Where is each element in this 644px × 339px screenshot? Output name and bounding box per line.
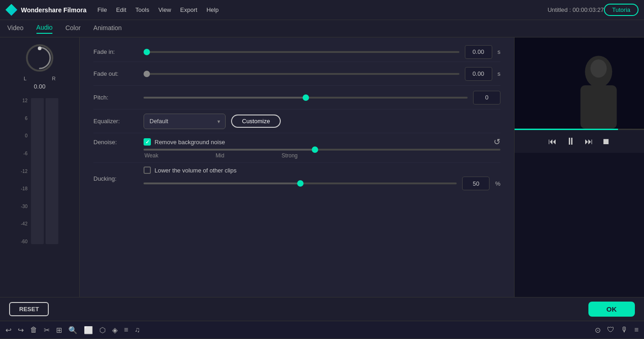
shield-icon[interactable]: 🛡: [607, 326, 614, 334]
preview-progress-bar[interactable]: [515, 129, 644, 130]
ducking-slider[interactable]: [144, 183, 457, 184]
diamond-icon[interactable]: ◈: [112, 326, 118, 334]
ducking-check-row: Lower the volume of other clips: [144, 167, 500, 174]
settings-icon[interactable]: ≡: [124, 326, 128, 334]
scale-0: 0: [21, 133, 27, 138]
fade-in-slider[interactable]: [144, 51, 459, 53]
svg-point-1: [38, 47, 41, 50]
scale-6: 6: [21, 116, 27, 121]
denoise-checkbox[interactable]: ✓: [144, 138, 151, 146]
fade-out-label: Fade out:: [93, 70, 144, 77]
ducking-value[interactable]: 50: [462, 177, 489, 190]
equalizer-select[interactable]: Default Classical Deep Electronic Hip-Ho…: [144, 114, 226, 129]
denoise-checkbox-label: Remove background noise: [155, 139, 225, 146]
redo-icon[interactable]: ↪: [18, 326, 24, 334]
svg-rect-4: [580, 85, 617, 129]
eq-select-wrapper: Default Classical Deep Electronic Hip-Ho…: [144, 114, 226, 129]
ducking-checkbox-label: Lower the volume of other clips: [155, 167, 237, 174]
settings-scroll: Fade in: 0.00 s Fade out:: [80, 37, 514, 203]
pitch-value[interactable]: 0: [473, 91, 500, 104]
pitch-slider[interactable]: [144, 97, 468, 99]
mid-label: Mid: [216, 152, 224, 159]
play-pause-button[interactable]: ⏸: [566, 136, 576, 147]
scale-neg60: -60: [21, 239, 27, 244]
tutorial-button[interactable]: Tutoria: [604, 4, 639, 16]
menu-file[interactable]: File: [98, 6, 107, 13]
fade-in-label: Fade in:: [93, 48, 144, 55]
crop-icon[interactable]: ⊞: [56, 326, 62, 334]
volume-meter-panel: L R 0.00 12 6 0 -6 -12 -18 -30 -42 -60: [0, 37, 80, 297]
prev-frame-button[interactable]: ⏮: [548, 137, 556, 146]
fade-in-row: Fade in: 0.00 s: [93, 42, 500, 62]
delete-icon[interactable]: 🗑: [30, 326, 37, 334]
fade-out-row: Fade out: 0.00 s: [93, 62, 500, 86]
next-frame-button[interactable]: ⏭: [585, 137, 593, 146]
audio-settings-panel: Fade in: 0.00 s Fade out:: [80, 37, 514, 297]
customize-button[interactable]: Customize: [231, 115, 281, 128]
mic-icon[interactable]: 🎙: [621, 326, 628, 334]
top-bar: Wondershare Filmora File Edit Tools View…: [0, 0, 644, 20]
denoise-slider[interactable]: [144, 149, 500, 151]
meter-container: 12 6 0 -6 -12 -18 -30 -42 -60: [21, 94, 58, 244]
menu-bar: File Edit Tools View Export Help: [98, 6, 548, 13]
stop-button[interactable]: ⏹: [602, 137, 610, 146]
fade-in-unit: s: [498, 48, 501, 55]
scale-neg18: -18: [21, 186, 27, 191]
cut-icon[interactable]: ✂: [44, 326, 50, 334]
pitch-control: 0: [144, 91, 500, 104]
pitch-row: Pitch: 0: [93, 86, 500, 110]
reset-button[interactable]: RESET: [9, 302, 49, 316]
menu-export[interactable]: Export: [180, 6, 197, 13]
tab-video[interactable]: Video: [7, 24, 24, 33]
toolbar: ↩ ↪ 🗑 ✂ ⊞ 🔍 ⬜ ⬡ ◈ ≡ ♫ ⊙ 🛡 🎙 ≡: [0, 321, 644, 339]
tab-animation[interactable]: Animation: [93, 24, 122, 33]
equalizer-row: Equalizer: Default Classical Deep Electr…: [93, 110, 500, 133]
equalizer-label: Equalizer:: [93, 118, 144, 125]
circle-settings-icon[interactable]: ⊙: [595, 326, 601, 334]
ducking-label: Ducking:: [93, 175, 144, 182]
shape-icon[interactable]: ⬡: [99, 326, 106, 334]
app-logo-icon: [5, 4, 17, 16]
denoise-header: Denoise: ✓ Remove background noise ↺: [93, 137, 500, 147]
scale-12: 12: [21, 98, 27, 103]
ducking-unit: %: [495, 180, 500, 187]
fade-out-value[interactable]: 0.00: [465, 67, 492, 81]
volume-knob[interactable]: [24, 42, 56, 74]
menu-edit[interactable]: Edit: [116, 6, 126, 13]
preview-progress-fill: [515, 129, 618, 130]
menu-view[interactable]: View: [158, 6, 171, 13]
tab-audio[interactable]: Audio: [36, 24, 53, 34]
fade-out-control: 0.00 s: [144, 67, 500, 81]
menu-help[interactable]: Help: [206, 6, 219, 13]
ducking-checkbox[interactable]: [144, 167, 151, 174]
person-silhouette-svg: [515, 37, 644, 129]
frame-icon[interactable]: ⬜: [84, 326, 93, 334]
ok-button[interactable]: OK: [588, 302, 635, 317]
scale-neg12: -12: [21, 169, 27, 174]
scale-neg6: -6: [21, 151, 27, 156]
check-icon: ✓: [145, 139, 149, 145]
undo-icon[interactable]: ↩: [5, 326, 11, 334]
denoise-levels: Weak Mid Strong: [144, 151, 299, 159]
denoise-checkbox-row: ✓ Remove background noise ↺: [144, 137, 500, 147]
preview-panel: ⏮ ⏸ ⏭ ⏹: [514, 37, 644, 297]
weak-label: Weak: [144, 152, 158, 159]
reset-denoise-icon[interactable]: ↺: [494, 137, 500, 147]
preview-controls: ⏮ ⏸ ⏭ ⏹: [515, 130, 644, 153]
fade-out-slider[interactable]: [144, 73, 459, 75]
meter-bar-left: [31, 98, 44, 244]
scale-neg30: -30: [21, 204, 27, 209]
video-thumbnail: [515, 37, 644, 129]
ducking-section: Ducking: Lower the volume of other clips…: [93, 163, 500, 194]
fade-in-value[interactable]: 0.00: [465, 45, 492, 59]
audio-icon[interactable]: ♫: [134, 326, 140, 334]
fade-in-control: 0.00 s: [144, 45, 500, 59]
search-icon[interactable]: 🔍: [68, 326, 77, 334]
lr-labels: L R: [24, 76, 56, 81]
tab-color[interactable]: Color: [65, 24, 80, 33]
list-icon[interactable]: ≡: [634, 326, 639, 334]
menu-tools[interactable]: Tools: [135, 6, 149, 13]
ducking-controls: Lower the volume of other clips 50 %: [144, 167, 500, 190]
scale-neg42: -42: [21, 221, 27, 226]
app-logo: Wondershare Filmora: [5, 4, 87, 16]
